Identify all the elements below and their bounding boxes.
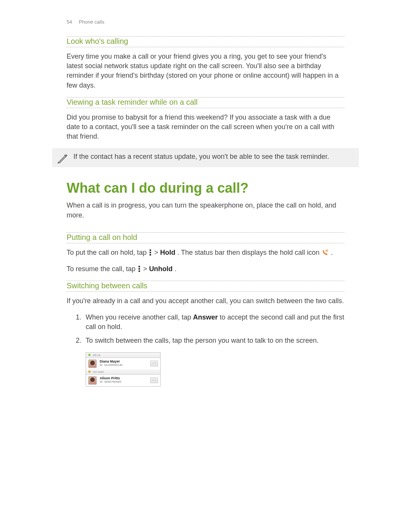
body-text: If you're already in a call and you acce…	[67, 296, 344, 306]
text-frag: .	[175, 265, 177, 273]
call-status-active-bar: 00:14	[86, 353, 160, 358]
call-hold-label: On hold	[93, 370, 104, 374]
text-frag: To put the call on hold, tap	[67, 249, 148, 256]
overflow-menu-icon	[138, 266, 140, 272]
call-switch-illustration: 00:14 Diana Mayer M: 16165550130 On hold…	[86, 352, 161, 387]
svg-rect-0	[326, 249, 327, 251]
divider	[67, 108, 344, 108]
note-text: If the contact has a recent status updat…	[73, 152, 329, 161]
text-frag: >	[154, 249, 160, 256]
divider	[67, 36, 344, 37]
document-page: 54 Phone calls Look who's calling Every …	[0, 0, 411, 463]
keypad-icon	[150, 361, 158, 366]
divider	[67, 291, 344, 292]
text-frag: . The status bar then displays the hold …	[177, 249, 322, 256]
ui-label-answer: Answer	[193, 313, 218, 321]
divider	[67, 47, 344, 47]
call-entry-active: Diana Mayer M: 16165550130	[86, 358, 160, 369]
divider	[67, 232, 344, 233]
call-entry-held: Alison Pritts W: 4896796489	[86, 375, 160, 386]
text-frag: To resume the call, tap	[67, 265, 137, 273]
contact-number: M: 16165550130	[100, 364, 150, 367]
subheading-block: Viewing a task reminder while on a call	[67, 97, 344, 108]
call-info: Alison Pritts W: 4896796489	[100, 377, 150, 384]
ui-label-hold: Hold	[160, 249, 175, 256]
body-text: Every time you make a call or your frien…	[67, 52, 344, 90]
call-info: Diana Mayer M: 16165550130	[100, 360, 150, 367]
contact-number: W: 4896796489	[100, 380, 150, 384]
heading-during-call: What can I do during a call?	[67, 180, 344, 196]
svg-rect-1	[327, 249, 328, 251]
keypad-icon	[150, 377, 158, 383]
steps-list: When you receive another call, tap Answe…	[67, 313, 344, 345]
body-text: To resume the call, tap > Unhold .	[67, 264, 344, 274]
call-status-hold-bar: On hold	[86, 369, 160, 375]
avatar	[88, 359, 97, 368]
pencil-icon	[57, 153, 67, 163]
divider	[67, 243, 344, 243]
subheading-hold: Putting a call on hold	[67, 233, 344, 243]
subheading-block: Look who's calling	[67, 36, 344, 47]
section-label: Phone calls	[79, 19, 104, 25]
subheading-switch: Switching between calls	[67, 281, 344, 291]
call-hold-icon	[322, 249, 328, 256]
avatar	[88, 376, 97, 385]
divider	[67, 281, 344, 281]
body-text: Did you promise to babysit for a friend …	[67, 113, 344, 142]
body-text: To put the call on hold, tap > Hold . Th…	[67, 248, 344, 257]
status-dot-hold-icon	[88, 371, 91, 373]
page-number: 54	[67, 19, 72, 25]
body-text: When a call is in progress, you can turn…	[67, 201, 344, 220]
ui-label-unhold: Unhold	[149, 265, 173, 273]
subheading-task-reminder: Viewing a task reminder while on a call	[67, 98, 344, 107]
divider	[67, 97, 344, 97]
subheading-block: Switching between calls	[67, 281, 344, 292]
text-frag: When you receive another call, tap	[86, 313, 193, 321]
text-frag: .	[331, 249, 333, 256]
note-box: If the contact has a recent status updat…	[52, 148, 359, 167]
subheading-block: Putting a call on hold	[67, 232, 344, 243]
list-item: When you receive another call, tap Answe…	[83, 313, 344, 332]
overflow-menu-icon	[149, 249, 151, 256]
call-timer: 00:14	[93, 353, 100, 357]
status-dot-active-icon	[88, 354, 91, 356]
list-item: To switch between the calls, tap the per…	[83, 336, 344, 345]
subheading-look-whos-calling: Look who's calling	[67, 37, 344, 46]
text-frag: >	[143, 265, 149, 273]
running-header: 54 Phone calls	[67, 19, 344, 25]
